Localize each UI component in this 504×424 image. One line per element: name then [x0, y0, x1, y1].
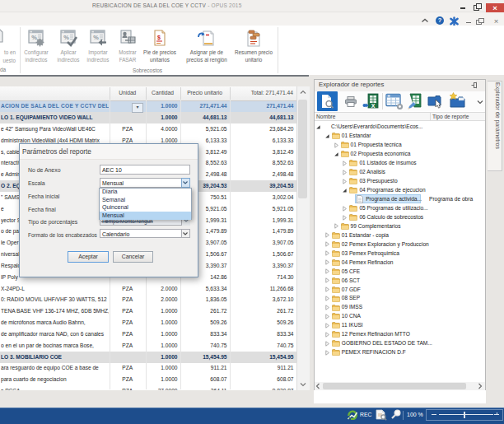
svg-text:%: %: [93, 34, 99, 41]
svg-text:$: $: [157, 35, 161, 41]
svg-text:%: %: [31, 34, 37, 41]
svg-text:X: X: [371, 103, 376, 109]
svg-text:%: %: [63, 34, 69, 41]
